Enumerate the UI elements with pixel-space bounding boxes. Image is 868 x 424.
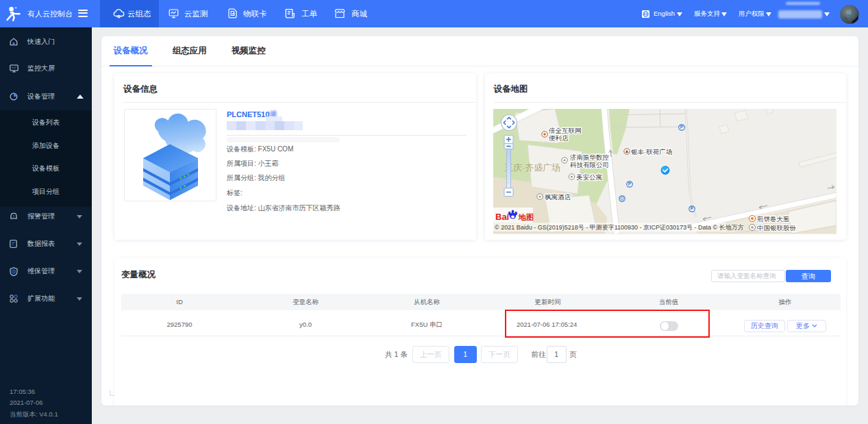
svg-text:P: P [680,125,684,129]
svg-text:Bai: Bai [495,212,509,222]
svg-text:倍全互联网: 倍全互联网 [548,127,582,134]
svg-text:济南振华数控: 济南振华数控 [570,153,609,161]
svg-text:P: P [628,182,632,186]
svg-text:便利店: 便利店 [549,134,569,142]
svg-text:中国银联股份: 中国银联股份 [757,224,797,232]
svg-text:地图: 地图 [518,213,534,221]
svg-text:P: P [691,206,694,211]
svg-text:枫寓酒店: 枫寓酒店 [545,193,571,201]
svg-text:科技有限公司: 科技有限公司 [570,161,609,169]
svg-text:煎饼卷大葱: 煎饼卷大葱 [757,215,790,223]
svg-text:© 2021 Baidu - GS(2019)5218号 -: © 2021 Baidu - GS(2019)5218号 - 甲测资字11009… [495,224,744,231]
svg-text:银丰·联荷广场: 银丰·联荷广场 [631,148,672,155]
svg-text:美安公寓: 美安公寓 [576,173,602,181]
svg-text:三庆·齐盛广场: 三庆·齐盛广场 [504,162,560,173]
